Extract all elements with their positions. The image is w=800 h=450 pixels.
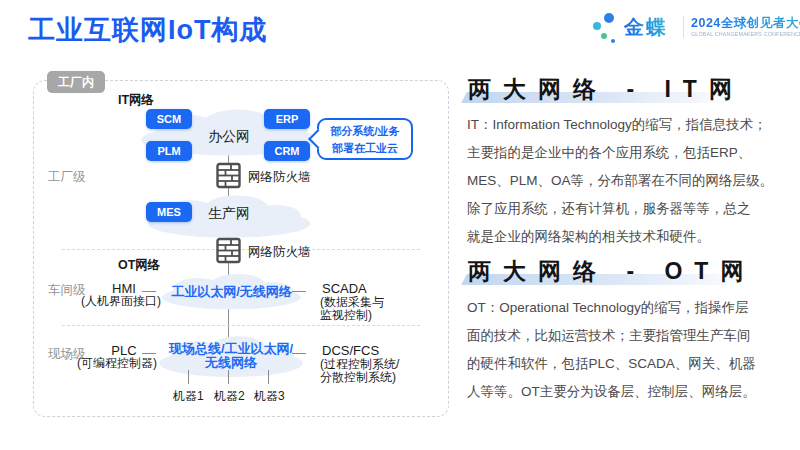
- ot-section-heading: 两大网络 - OT网: [468, 256, 755, 286]
- level-workshop: 车间级: [48, 282, 86, 299]
- node-plm: PLM: [146, 141, 192, 161]
- machine-connector: [188, 370, 189, 384]
- machine-label: 机器2: [214, 388, 245, 405]
- node-erp: ERP: [264, 109, 310, 129]
- level-factory: 工厂级: [48, 169, 86, 186]
- cloud-deployment-callout: 部分系统/业务 部署在工业云: [317, 118, 413, 160]
- hmi-desc: (人机界面接口): [81, 295, 161, 308]
- scada-desc: (数据采集与 监视控制): [320, 296, 384, 322]
- firewall-top-label: 网络防火墙: [248, 169, 311, 186]
- event-subtitle: GLOBAL CHANGEMAKERS CONFERENCE 2024: [691, 31, 800, 37]
- office-network-name: 办公网: [208, 128, 250, 146]
- it-network-label: IT网络: [118, 92, 154, 109]
- firewall-bottom-label: 网络防火墙: [248, 244, 311, 261]
- node-crm: CRM: [264, 141, 310, 161]
- firewall-icon: [215, 162, 242, 189]
- production-network-name: 生产网: [208, 205, 250, 223]
- ot-section-heading-text: 两大网络 - OT网: [468, 258, 755, 284]
- workshop-bus-label: 工业以太网/无线网络: [159, 285, 304, 299]
- page-title: 工业互联网IoT构成: [28, 12, 268, 48]
- node-mes: MES: [146, 202, 192, 222]
- factory-diagram: 工厂内 IT网络 SCM ERP 办公网 PLM CRM 部分系统/业务 部署在…: [33, 80, 449, 417]
- it-section-heading-text: 两大网络 - IT网: [468, 76, 744, 102]
- factory-scope-tag: 工厂内: [47, 71, 105, 93]
- dcs-desc: (过程控制系统/ 分散控制系统): [320, 358, 399, 384]
- connector-line: [292, 353, 306, 354]
- machine-connector: [228, 370, 229, 384]
- node-scm: SCM: [146, 109, 192, 129]
- event-title: 2024全球创见者大会: [691, 15, 800, 32]
- ot-network-label: OT网络: [118, 257, 160, 274]
- connector-line: [142, 291, 156, 292]
- firewall-icon: [215, 237, 242, 264]
- brand-name: 金蝶: [624, 14, 668, 41]
- logo-divider: [683, 16, 684, 38]
- it-section-body: IT：Information Technology的缩写，指信息技术； 主要指的…: [467, 111, 800, 251]
- kingdee-butterfly-icon: [592, 12, 620, 46]
- machine-label: 机器3: [254, 388, 285, 405]
- it-section-heading: 两大网络 - IT网: [468, 74, 744, 104]
- slide-root: 工业互联网IoT构成 金蝶 2024全球创见者大会 GLOBAL CHANGEM…: [0, 0, 800, 450]
- machine-connector: [268, 370, 269, 384]
- connector-line: [292, 291, 306, 292]
- machine-label: 机器1: [173, 388, 204, 405]
- connector-line: [142, 353, 156, 354]
- level-separator-2: [62, 325, 420, 326]
- scada-name: SCADA: [322, 281, 367, 296]
- dcs-name: DCS/FCS: [322, 343, 379, 358]
- ot-section-body: OT：Operational Technology的缩写，指操作层 面的技术，比…: [467, 294, 800, 406]
- field-bus-label: 现场总线/工业以太网/ 无线网络: [156, 342, 306, 370]
- plc-desc: (可编程控制器): [77, 357, 157, 370]
